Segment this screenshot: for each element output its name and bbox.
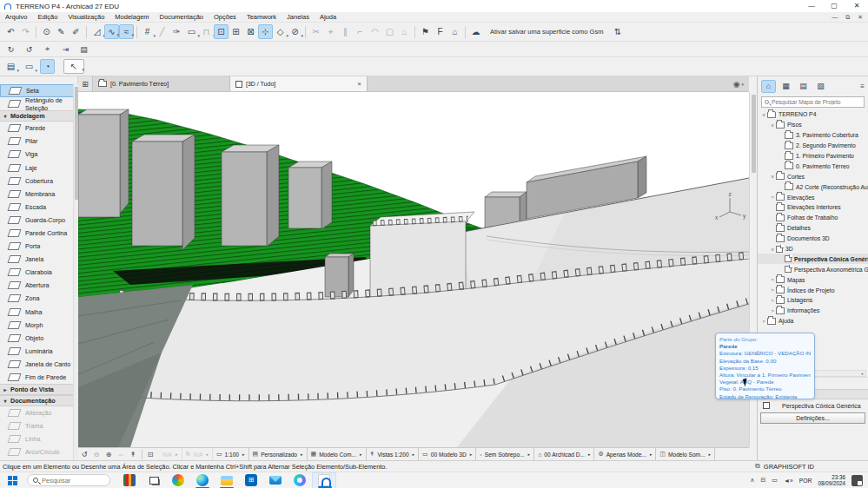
task-view-icon[interactable]	[142, 472, 166, 488]
navigator-menu-icon[interactable]: ≡	[860, 82, 865, 90]
slant-edit-icon[interactable]: ╱	[155, 24, 169, 39]
quick-option-chip[interactable]: ↻ N/A ▸	[182, 448, 213, 461]
pen-set-icon[interactable]: ✑	[169, 24, 184, 39]
file-explorer-icon[interactable]	[215, 472, 239, 488]
gravity-icon[interactable]: ≈	[119, 24, 134, 39]
home-library-icon[interactable]: ⌂	[447, 24, 462, 39]
flag-mark-icon[interactable]: ⚑	[418, 24, 433, 39]
toolbox-tool[interactable]: Laje	[0, 161, 77, 174]
menu-item[interactable]: Ajuda	[315, 12, 341, 23]
tab-close-icon[interactable]: ×	[357, 80, 361, 88]
taskbar-search-input[interactable]	[42, 477, 104, 485]
quick-option-chip[interactable]: ⚙ Apenas Mode... ▸	[594, 448, 656, 461]
toolbox-tool[interactable]: Parede Cortina	[0, 227, 77, 240]
guide-lines-icon[interactable]: ◿	[89, 24, 104, 39]
resize-icon[interactable]: ▢	[382, 24, 397, 39]
project-map-icon[interactable]: ⌂	[761, 80, 776, 93]
quick-option-chip[interactable]: N/A ▸	[156, 448, 182, 461]
toolbar-icon[interactable]	[302, 26, 308, 38]
zoom-in-icon[interactable]: ⊕	[103, 449, 115, 460]
base-home-icon[interactable]: ⌂	[397, 24, 412, 39]
menu-item[interactable]: Documentação	[155, 12, 209, 23]
tree-item[interactable]: Documentos 3D	[758, 234, 868, 244]
toolbox-tool[interactable]: Janela	[0, 253, 77, 266]
autogroup-icon[interactable]: ⊡	[214, 24, 229, 39]
toolbox-tool[interactable]: Luminária	[0, 345, 77, 358]
maximize-button[interactable]: ▢	[823, 0, 845, 12]
tree-item[interactable]: > Elevações	[758, 192, 868, 202]
split-icon[interactable]: ✂	[308, 24, 323, 39]
undo-icon[interactable]: ↶	[3, 24, 18, 39]
close-button[interactable]: ✕	[845, 0, 868, 12]
intersect-icon[interactable]: ⌐	[353, 24, 368, 39]
arrow-tool-icon[interactable]: ↖	[63, 59, 84, 74]
scroll-zoom-icon[interactable]: ↺	[78, 449, 90, 460]
redo-icon[interactable]: ↷	[18, 24, 33, 39]
tree-expand-icon[interactable]: >	[769, 308, 776, 313]
graphisoft-id-status[interactable]: ⧉ GRAPHISOFT ID	[755, 462, 868, 471]
tree-item[interactable]: Perspectiva Cônica Genérica	[758, 254, 868, 264]
notification-icon[interactable]	[851, 475, 863, 486]
tree-item[interactable]: 0. Pavimento Térreo	[758, 161, 868, 171]
toolbox-tool[interactable]: Porta	[0, 240, 77, 253]
copilot-icon[interactable]	[166, 472, 190, 488]
tree-expand-icon[interactable]: >	[769, 287, 776, 293]
layout-book-icon[interactable]: ▤	[796, 80, 811, 93]
teamwork-select-icon[interactable]: ⊙	[39, 24, 54, 39]
pan-icon[interactable]: ⇔	[115, 449, 127, 460]
orbit-icon[interactable]: ↟	[127, 449, 139, 460]
toolbar-icon[interactable]	[33, 26, 39, 38]
tree-expand-icon[interactable]: >	[769, 298, 776, 303]
tree-item[interactable]: 3. Pavimento Cobertura	[758, 130, 868, 141]
tree-expand-icon[interactable]: v	[769, 174, 776, 179]
distribute-icon[interactable]: ⊠	[243, 24, 258, 39]
tree-expand-icon[interactable]: >	[769, 195, 776, 200]
tree-item[interactable]: Detalhes	[758, 223, 868, 234]
tree-item[interactable]: A2 Corte (Reconstrução Automática	[758, 181, 868, 192]
search-input[interactable]	[772, 99, 861, 105]
selection-mode-icon[interactable]: ▭	[22, 59, 36, 74]
toolbox-tool[interactable]: Claraboia	[0, 266, 77, 279]
toolbox-tool[interactable]: Morph	[0, 319, 77, 332]
tree-expand-icon[interactable]: v	[769, 122, 776, 128]
navigator-search[interactable]	[761, 96, 865, 108]
toolbox-tool[interactable]: Parede	[0, 122, 77, 135]
menu-item[interactable]: Janelas	[282, 12, 315, 23]
store-icon[interactable]	[239, 472, 263, 488]
tree-item[interactable]: > Mapas	[758, 274, 868, 285]
toolbar-icon[interactable]	[134, 26, 140, 38]
3d-viewport[interactable]: z x y {}	[78, 92, 749, 447]
menu-item[interactable]: Arquivo	[0, 12, 32, 23]
tab-overview-icon[interactable]: ⊞	[78, 76, 93, 91]
toolbox-section-modelagem[interactable]: ▾ Modelagem	[0, 110, 77, 122]
rotate-mode-icon[interactable]: ◔	[40, 59, 55, 74]
quick-option-chip[interactable]: ▫ Sem Sobrepo... ▸	[476, 448, 534, 461]
trim-icon[interactable]: ∥	[338, 24, 353, 39]
marquee-frame-icon[interactable]: ▭	[184, 24, 199, 39]
tree-item[interactable]: Folhas de Trabalho	[758, 213, 868, 223]
toolbox-tool[interactable]: Escada	[0, 201, 77, 214]
doc-minimize-icon[interactable]: —	[832, 14, 838, 21]
adjust-icon[interactable]: ⌖	[323, 24, 338, 39]
tree-expand-icon[interactable]: v	[769, 247, 776, 252]
toolbox-section-documentacao[interactable]: ▾ Documentação	[0, 395, 77, 406]
taskbar-search[interactable]	[27, 474, 110, 486]
loop-icon[interactable]	[288, 472, 312, 488]
inject-parameters-icon[interactable]: ✐	[69, 24, 83, 39]
volume-icon[interactable]: ◄»	[784, 478, 793, 484]
tree-expand-icon[interactable]: v	[760, 112, 767, 117]
tree-item[interactable]: v Cortes	[758, 171, 868, 181]
menu-item[interactable]: Modelagem	[109, 12, 154, 23]
toolbox-tool[interactable]: Guarda-Corpo	[0, 214, 77, 227]
tree-item[interactable]: Elevações Interiores	[758, 202, 868, 213]
tree-item[interactable]: Perspectiva Axonométrica Genérica	[758, 264, 868, 274]
tool-marquee[interactable]: Retângulo de Seleção	[0, 97, 77, 110]
exit-view-icon[interactable]: ⇥	[58, 42, 73, 56]
quick-option-chip[interactable]: ▭ 1:100 ▸	[213, 448, 249, 461]
toolbox-tool[interactable]: Membrana	[0, 188, 77, 201]
doc-restore-icon[interactable]: ⧉	[845, 14, 850, 21]
tree-item[interactable]: v Pisos	[758, 120, 868, 130]
view-options-icon[interactable]: ◉	[733, 80, 740, 89]
fillet-icon[interactable]: ◠	[368, 24, 382, 39]
tray-settings-icon[interactable]: ⊟	[760, 477, 765, 484]
